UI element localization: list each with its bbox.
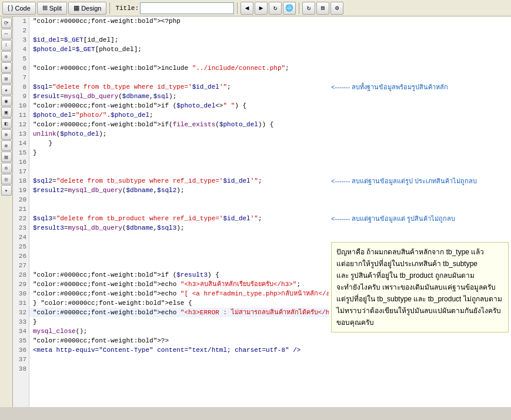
code-line: $sql="delete from tb_type where id_type=… bbox=[29, 82, 329, 92]
refresh-button[interactable]: ↻ bbox=[269, 2, 282, 15]
code-line bbox=[29, 204, 329, 214]
line-number-5: 5 bbox=[13, 54, 29, 63]
code-line: "color:#0000cc;font-weight:bold"><?php bbox=[29, 16, 329, 26]
code-line bbox=[29, 261, 329, 270]
big-comment-line: ปัญหาคือ ถ้าผมกดลบสินค้าหลักจาก tb_type … bbox=[336, 246, 503, 258]
big-comment-line: และ รูปสินค้าที่อยู่ใน tb_product ถูกลบผ… bbox=[336, 270, 503, 281]
code-line: "color:#0000cc;font-weight:bold">echo "<… bbox=[29, 280, 329, 289]
left-tool-2[interactable]: ↔ bbox=[1, 29, 12, 39]
comment-line-8: <------- ลบทั้งฐานข้อมูลพร้อมรูปสินค้าหล… bbox=[331, 82, 509, 92]
line-number-13: 13 bbox=[13, 129, 29, 139]
code-line: unlink($photo_del); bbox=[29, 129, 329, 139]
editor-area: ⟳ ↔ ↕ ✲ ◈ ⊞ ★ ◉ ▣ ◧ ⊕ ⊗ ▤ ⊙ ◎ ✦ 12345678… bbox=[0, 16, 511, 407]
code-line: "color:#0000cc;font-weight:bold">echo "<… bbox=[29, 308, 329, 317]
code-button[interactable]: { } Code bbox=[2, 2, 36, 15]
code-line bbox=[29, 157, 329, 167]
line-number-26: 26 bbox=[13, 251, 29, 261]
code-line: "color:#0000cc;font-weight:bold">?> bbox=[29, 336, 329, 345]
code-line: $photo_del=$_GET[photo_del]; bbox=[29, 45, 329, 54]
line-number-20: 20 bbox=[13, 195, 29, 204]
left-tool-13[interactable]: ▤ bbox=[1, 152, 12, 162]
left-tool-6[interactable]: ⊞ bbox=[1, 73, 12, 84]
line-number-29: 29 bbox=[13, 280, 29, 289]
big-comment-line: ขอบคุณครับ bbox=[336, 317, 503, 328]
settings-button[interactable]: ⚙ bbox=[330, 2, 343, 15]
left-tool-16[interactable]: ✦ bbox=[1, 185, 12, 196]
code-line bbox=[29, 73, 329, 82]
line-number-31: 31 bbox=[13, 298, 29, 308]
code-line: mysql_close(); bbox=[29, 327, 329, 336]
line-number-23: 23 bbox=[13, 223, 29, 233]
left-tool-9[interactable]: ▣ bbox=[1, 107, 12, 117]
line-number-18: 18 bbox=[13, 176, 29, 186]
browse-back-button[interactable]: ◀ bbox=[241, 2, 253, 15]
left-tool-7[interactable]: ★ bbox=[1, 85, 12, 95]
code-line: } bbox=[29, 148, 329, 157]
separator1 bbox=[109, 2, 110, 14]
big-comment-line: แต่รูปที่อยู่ใน tb_subtype และ tb_produc… bbox=[336, 293, 503, 305]
big-comment-line: แต่อยากให้รูปที่อยู่ในประเภทสินค้า tb_su… bbox=[336, 258, 503, 270]
code-line bbox=[29, 251, 329, 261]
comments-container: <------- ลบทั้งฐานข้อมูลพร้อมรูปสินค้าหล… bbox=[329, 16, 511, 374]
code-line bbox=[29, 54, 329, 63]
code-line bbox=[29, 233, 329, 242]
line-number-4: 4 bbox=[13, 45, 29, 54]
line-number-24: 24 bbox=[13, 233, 29, 242]
separator2 bbox=[237, 2, 238, 14]
code-line bbox=[29, 364, 329, 374]
line-number-15: 15 bbox=[13, 148, 29, 157]
line-number-7: 7 bbox=[13, 73, 29, 82]
line-number-37: 37 bbox=[13, 355, 29, 364]
left-tool-12[interactable]: ⊗ bbox=[1, 140, 12, 151]
line-number-16: 16 bbox=[13, 157, 29, 167]
comment-line-22: <------- ลบแต่ฐานข้อมูลแต่ รูปสินค้าไม่ถ… bbox=[331, 214, 509, 223]
refresh2-button[interactable]: ↻ bbox=[302, 2, 315, 15]
line-number-17: 17 bbox=[13, 167, 29, 176]
browse-forward-button[interactable]: ▶ bbox=[255, 2, 268, 15]
left-toolbar: ⟳ ↔ ↕ ✲ ◈ ⊞ ★ ◉ ▣ ◧ ⊕ ⊗ ▤ ⊙ ◎ ✦ bbox=[0, 16, 13, 407]
big-comment-box: ปัญหาคือ ถ้าผมกดลบสินค้าหลักจาก tb_type … bbox=[331, 242, 509, 332]
left-tool-11[interactable]: ⊕ bbox=[1, 129, 12, 140]
left-tool-1[interactable]: ⟳ bbox=[1, 18, 12, 28]
left-tool-15[interactable]: ◎ bbox=[1, 174, 12, 184]
line-number-21: 21 bbox=[13, 204, 29, 214]
main-content: "color:#0000cc;font-weight:bold"><?php $… bbox=[29, 16, 511, 407]
line-number-33: 33 bbox=[13, 317, 29, 327]
code-line: "color:#0000cc;font-weight:bold">if ($ph… bbox=[29, 101, 329, 110]
design-button[interactable]: ▦ Design bbox=[68, 2, 106, 15]
line-number-28: 28 bbox=[13, 270, 29, 280]
code-panel[interactable]: "color:#0000cc;font-weight:bold"><?php $… bbox=[29, 16, 329, 407]
code-line bbox=[29, 167, 329, 176]
line-number-32: 32 bbox=[13, 308, 29, 317]
code-line: $sql2="delete from tb_subtype where ref_… bbox=[29, 176, 329, 186]
code-line: $result2=mysql_db_query($dbname,$sql2); bbox=[29, 186, 329, 195]
left-tool-8[interactable]: ◉ bbox=[1, 96, 12, 106]
code-line: $id_del=$_GET[id_del]; bbox=[29, 35, 329, 45]
split-button[interactable]: ⊞ Split bbox=[37, 2, 67, 15]
big-comment-line: จะทำยังไงครับ เพราะของเดิมมันลบแค่ฐานข้อ… bbox=[336, 281, 503, 293]
line-numbers: 1234567891011121314151617181920212223242… bbox=[13, 16, 29, 407]
left-tool-4[interactable]: ✲ bbox=[1, 51, 12, 62]
globe-button[interactable]: 🌐 bbox=[283, 2, 296, 15]
line-number-36: 36 bbox=[13, 345, 29, 355]
grid-button[interactable]: ⊞ bbox=[316, 2, 329, 15]
code-line: "color:#0000cc;font-weight:bold">include… bbox=[29, 63, 329, 73]
code-line: } "color:#0000cc;font-weight:bold">else … bbox=[29, 298, 329, 308]
code-line: <meta http-equiv="Content-Type" content=… bbox=[29, 345, 329, 355]
line-number-19: 19 bbox=[13, 186, 29, 195]
line-number-27: 27 bbox=[13, 261, 29, 270]
left-tool-14[interactable]: ⊙ bbox=[1, 163, 12, 173]
code-line: "color:#0000cc;font-weight:bold">if ($re… bbox=[29, 270, 329, 280]
code-line bbox=[29, 242, 329, 251]
left-tool-3[interactable]: ↕ bbox=[1, 40, 12, 51]
title-input[interactable] bbox=[140, 2, 234, 14]
comment-panel: <------- ลบทั้งฐานข้อมูลพร้อมรูปสินค้าหล… bbox=[329, 16, 511, 407]
line-number-12: 12 bbox=[13, 120, 29, 129]
separator3 bbox=[299, 2, 299, 14]
left-tool-10[interactable]: ◧ bbox=[1, 118, 12, 129]
code-line: "color:#0000cc;font-weight:bold">echo "[… bbox=[29, 289, 329, 298]
code-line: } bbox=[29, 317, 329, 327]
left-tool-5[interactable]: ◈ bbox=[1, 62, 12, 73]
code-line: "color:#0000cc;font-weight:bold">if(file… bbox=[29, 120, 329, 129]
code-line: $photo_del="photo/".$photo_del; bbox=[29, 110, 329, 120]
